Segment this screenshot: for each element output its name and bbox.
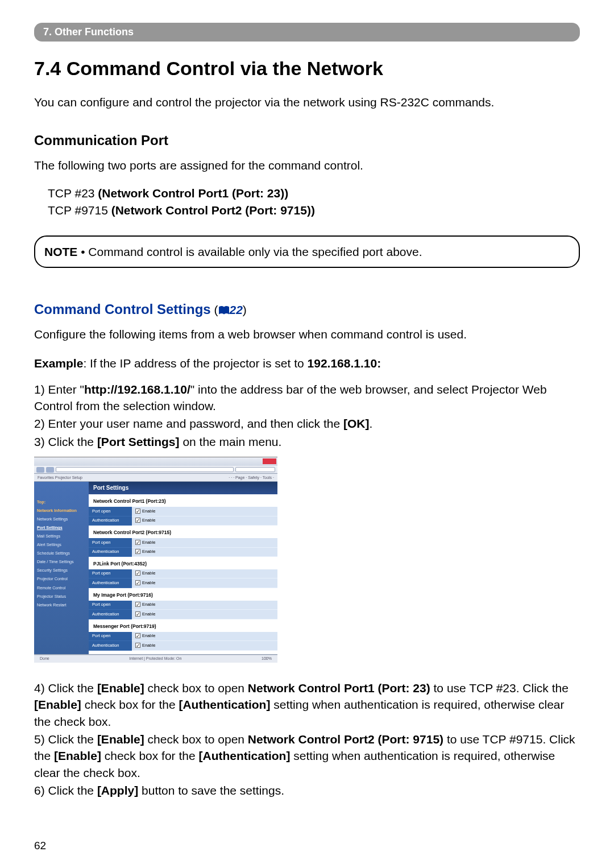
- steps-block-2: 4) Click the [Enable] check box to open …: [34, 680, 580, 799]
- port-list: TCP #23 (Network Control Port1 (Port: 23…: [48, 185, 580, 218]
- sidebar-item-projector-control: Projector Control: [34, 575, 89, 584]
- checkbox-icon: [135, 633, 140, 638]
- settings-header: Command Control Settings (22): [34, 300, 580, 319]
- tabs-right: · · · Page · Safety · Tools ·: [229, 475, 274, 481]
- step1-a: 1) Enter ": [34, 383, 84, 396]
- value-enable: Enable: [132, 578, 277, 588]
- step4-e: to use TCP #23. Click the: [430, 681, 569, 695]
- label-port-open: Port open: [89, 569, 132, 579]
- table-row: Port openEnable: [89, 569, 277, 579]
- table-row: AuthenticationEnable: [89, 641, 277, 651]
- browser-status-bar: Done Internet | Protected Mode: On 100%: [34, 655, 277, 663]
- sidebar-item-network-restart: Network Restart: [34, 601, 89, 609]
- sidebar: Top: Network Information Network Setting…: [34, 482, 89, 654]
- checkbox-icon: [135, 602, 140, 607]
- table-row: Port openEnable: [89, 601, 277, 610]
- value-enable: Enable: [132, 569, 277, 579]
- enable-text: Enable: [142, 549, 155, 554]
- note-text: • Command control is available only via …: [77, 245, 422, 258]
- step5-enable1: [Enable]: [97, 733, 144, 746]
- enable-text: Enable: [142, 602, 155, 607]
- label-port-open: Port open: [89, 507, 132, 516]
- checkbox-icon: [135, 571, 140, 576]
- paren-open: (: [211, 303, 218, 316]
- example-label: Example: [34, 357, 83, 370]
- sidebar-item-projector-status: Projector Status: [34, 592, 89, 601]
- section-messenger: Messenger Port (Port:9719): [89, 619, 277, 632]
- label-port-open: Port open: [89, 601, 132, 610]
- port2-prefix: TCP #9715: [48, 204, 111, 217]
- table-row: AuthenticationEnable: [89, 516, 277, 526]
- sidebar-item-schedule-settings: Schedule Settings: [34, 549, 89, 558]
- enable-text: Enable: [142, 518, 155, 523]
- status-center: Internet | Protected Mode: On: [129, 656, 181, 662]
- value-enable: Enable: [132, 610, 277, 619]
- enable-text: Enable: [142, 611, 155, 617]
- close-icon: [263, 458, 276, 464]
- checkbox-icon: [135, 643, 140, 648]
- settings-title: Command Control Settings: [34, 301, 211, 317]
- table-row: AuthenticationEnable: [89, 578, 277, 588]
- table-row: Port openEnable: [89, 507, 277, 516]
- step4-port1: Network Control Port1 (Port: 23): [248, 681, 430, 695]
- sidebar-item-network-settings: Network Settings: [34, 515, 89, 523]
- step1-url: http://192.168.1.10/: [84, 383, 190, 396]
- sidebar-item-datetime-settings: Date / Time Settings: [34, 558, 89, 567]
- port-settings-screenshot: Favorites Projector Setup · · · Page · S…: [34, 457, 277, 662]
- enable-text: Enable: [142, 540, 155, 545]
- step2-c: .: [369, 417, 372, 430]
- step4-enable2: [Enable]: [34, 698, 81, 711]
- value-enable: Enable: [132, 548, 277, 557]
- step4-auth: [Authentication]: [179, 698, 270, 711]
- step3-a: 3) Click the: [34, 435, 97, 448]
- label-authentication: Authentication: [89, 548, 132, 557]
- example-ip: 192.168.1.10:: [308, 357, 381, 370]
- value-enable: Enable: [132, 601, 277, 610]
- nav-back-icon: [36, 467, 44, 473]
- steps-block-1: 1) Enter "http://192.168.1.10/" into the…: [34, 381, 580, 450]
- sidebar-item-port-settings: Port Settings: [34, 524, 89, 532]
- checkbox-icon: [135, 580, 140, 585]
- step5-g: check box for the: [101, 749, 199, 762]
- step5-enable2: [Enable]: [54, 749, 101, 762]
- communication-port-text: The following two ports are assigned for…: [34, 157, 580, 173]
- address-bar: [56, 467, 234, 472]
- book-icon: [218, 306, 230, 315]
- intro-text: You can configure and control the projec…: [34, 94, 580, 110]
- configure-text: Configure the following items from a web…: [34, 326, 580, 342]
- browser-tab-row: Favorites Projector Setup · · · Page · S…: [34, 474, 277, 482]
- enable-text: Enable: [142, 571, 155, 576]
- checkbox-icon: [135, 549, 140, 554]
- paren-close: ): [243, 303, 247, 316]
- note-label: NOTE: [44, 245, 77, 258]
- sidebar-item-remote-control: Remote Control: [34, 584, 89, 592]
- section-port2: Network Control Port2 (Port:9715): [89, 526, 277, 538]
- label-port-open: Port open: [89, 538, 132, 548]
- step4-g: check box for the: [81, 698, 179, 711]
- step6-apply: [Apply]: [97, 784, 138, 797]
- sidebar-item-alert-settings: Alert Settings: [34, 541, 89, 549]
- step5-port2: Network Control Port2 (Port: 9715): [248, 733, 443, 746]
- step5-c: check box to open: [144, 733, 248, 746]
- example-text: : If the IP address of the projector is …: [83, 357, 307, 370]
- section-myimage: My Image Port (Port:9716): [89, 588, 277, 601]
- step2-a: 2) Enter your user name and password, an…: [34, 417, 343, 430]
- value-enable: Enable: [132, 538, 277, 548]
- sidebar-item-top: Top:: [34, 498, 89, 506]
- enable-text: Enable: [142, 643, 155, 648]
- nav-forward-icon: [46, 467, 54, 473]
- checkbox-icon: [135, 509, 140, 514]
- step6-c: button to save the settings.: [138, 784, 284, 797]
- checkbox-icon: [135, 611, 140, 617]
- tabs-left: Favorites Projector Setup: [38, 475, 82, 481]
- step5-auth: [Authentication]: [198, 749, 290, 762]
- table-row: AuthenticationEnable: [89, 610, 277, 619]
- label-authentication: Authentication: [89, 578, 132, 588]
- label-port-open: Port open: [89, 632, 132, 642]
- communication-port-heading: Communication Port: [34, 131, 580, 150]
- value-enable: Enable: [132, 641, 277, 651]
- enable-text: Enable: [142, 633, 155, 638]
- checkbox-icon: [135, 540, 140, 545]
- note-box: NOTE • Command control is available only…: [34, 235, 580, 268]
- port1-prefix: TCP #23: [48, 187, 98, 200]
